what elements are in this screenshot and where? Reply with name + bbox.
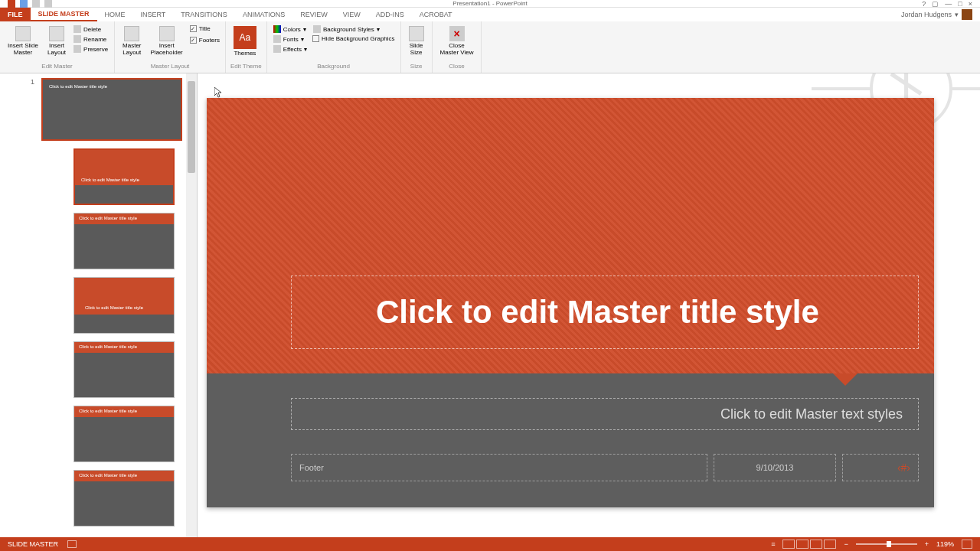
ribbon-options-icon[interactable]: ▢ (932, 0, 939, 8)
slide-master-icon (15, 26, 31, 41)
hide-bg-label: Hide Background Graphics (322, 35, 395, 42)
background-styles-button[interactable]: Background Styles▾ (312, 24, 396, 34)
maximize-icon[interactable]: □ (958, 0, 962, 8)
master-layout-button[interactable]: Master Layout (119, 24, 144, 58)
layout-thumbnail-6[interactable]: Click to edit Master title style (74, 470, 175, 527)
normal-view-button[interactable] (782, 540, 795, 549)
master-title-text: Click to edit Master title style (376, 294, 819, 331)
tab-addins[interactable]: ADD-INS (368, 8, 412, 21)
powerpoint-icon (8, 0, 15, 8)
slide-editor: Click to edit Master title style Click t… (198, 73, 980, 537)
close-icon[interactable]: × (969, 0, 972, 8)
chevron-down-icon: ▾ (301, 36, 304, 43)
zoom-in-button[interactable]: + (925, 540, 929, 548)
slide-size-icon (409, 26, 424, 41)
sorter-view-button[interactable] (796, 540, 808, 549)
help-icon[interactable]: ? (922, 0, 926, 8)
slide-number-placeholder[interactable]: ‹#› (842, 454, 919, 481)
tab-insert[interactable]: INSERT (133, 8, 174, 21)
minimize-icon[interactable]: — (945, 0, 952, 8)
status-mode: SLIDE MASTER (8, 540, 58, 548)
fit-to-window-button[interactable] (962, 540, 972, 549)
slideshow-view-button[interactable] (824, 540, 836, 549)
slide-size-button[interactable]: Slide Size (406, 24, 427, 58)
layout-thumbnail-3[interactable]: Click to edit Master title style (74, 277, 175, 334)
thumb-title: Click to edit Master title style (79, 216, 137, 220)
effects-button[interactable]: Effects▾ (272, 44, 309, 54)
date-text: 9/10/2013 (756, 463, 794, 472)
titlebar: Presentation1 - PowerPoint ? ▢ — □ × (0, 0, 980, 8)
insert-placeholder-label: Insert Placeholder (151, 43, 183, 57)
tab-view[interactable]: VIEW (335, 8, 368, 21)
group-label-close: Close (437, 63, 477, 71)
colors-label: Colors (283, 26, 301, 33)
slide-number-glyph: ‹#› (897, 461, 910, 474)
colors-icon (273, 25, 281, 33)
chevron-down-icon: ▾ (304, 46, 307, 53)
tab-review[interactable]: REVIEW (292, 8, 335, 21)
fonts-icon (273, 35, 281, 43)
delete-label: Delete (83, 26, 101, 33)
insert-slide-master-button[interactable]: Insert Slide Master (5, 24, 41, 58)
footer-row: Footer 9/10/2013 ‹#› (291, 454, 919, 481)
user-name: Jordan Hudgens (901, 11, 952, 18)
placeholder-icon (159, 26, 175, 41)
close-master-view-button[interactable]: × Close Master View (437, 24, 477, 58)
scrollbar-handle[interactable] (188, 81, 195, 173)
date-placeholder[interactable]: 9/10/2013 (714, 454, 836, 481)
title-checkbox[interactable]: ✓Title (189, 24, 220, 33)
notes-button[interactable]: ≡ (771, 540, 775, 548)
thumb-title: Click to edit Master title style (79, 473, 137, 478)
master-layout-icon (124, 26, 139, 41)
save-icon[interactable] (20, 0, 28, 8)
tab-slide-master[interactable]: SLIDE MASTER (31, 8, 97, 21)
undo-icon[interactable] (32, 0, 40, 8)
master-subtitle-text: Click to edit Master text styles (720, 406, 903, 422)
insert-placeholder-button[interactable]: Insert Placeholder (148, 24, 186, 58)
colors-button[interactable]: Colors▾ (272, 24, 309, 34)
insert-layout-button[interactable]: Insert Layout (44, 24, 69, 58)
master-thumbnail[interactable]: Click to edit Master title style (41, 78, 182, 141)
thumb-title: Click to edit Master title style (79, 344, 137, 349)
preserve-button[interactable]: Preserve (72, 44, 109, 54)
master-subtitle-placeholder[interactable]: Click to edit Master text styles (291, 398, 919, 430)
thumb-title: Click to edit Master title style (85, 305, 143, 310)
fonts-button[interactable]: Fonts▾ (272, 34, 309, 44)
tab-animations[interactable]: ANIMATIONS (235, 8, 292, 21)
redo-icon[interactable] (44, 0, 52, 8)
zoom-level[interactable]: 119% (936, 540, 954, 548)
tab-transitions[interactable]: TRANSITIONS (173, 8, 235, 21)
tab-home[interactable]: HOME (97, 8, 133, 21)
layout-thumbnail-2[interactable]: Click to edit Master title style (74, 213, 175, 269)
layout-thumbnail-1[interactable]: Click to edit Master title style (74, 148, 175, 205)
master-title-placeholder[interactable]: Click to edit Master title style (291, 276, 919, 349)
master-layout-label: Master Layout (122, 43, 141, 57)
thumbnail-scrollbar[interactable] (186, 73, 197, 537)
zoom-out-button[interactable]: − (844, 540, 848, 548)
chevron-down-icon: ▾ (303, 26, 306, 33)
insert-layout-label: Insert Layout (47, 43, 66, 57)
tab-file[interactable]: FILE (0, 8, 31, 21)
reading-view-button[interactable] (810, 540, 822, 549)
status-layout-icon[interactable] (67, 540, 77, 548)
slide-canvas[interactable]: Click to edit Master title style Click t… (207, 98, 934, 507)
rename-button[interactable]: Rename (72, 34, 109, 44)
thumb-title: Click to edit Master title style (81, 178, 139, 182)
statusbar: SLIDE MASTER ≡ − + 119% (0, 537, 980, 551)
tab-acrobat[interactable]: ACROBAT (412, 8, 460, 21)
zoom-slider[interactable] (856, 543, 917, 545)
themes-icon: Aa (234, 26, 256, 49)
chevron-down-icon: ▾ (955, 11, 959, 18)
view-buttons (782, 540, 836, 549)
delete-button[interactable]: Delete (72, 24, 109, 34)
themes-button[interactable]: Aa Themes (230, 24, 260, 59)
hide-bg-checkbox[interactable]: Hide Background Graphics (312, 34, 396, 43)
footer-placeholder[interactable]: Footer (291, 454, 707, 481)
slide-size-label: Slide Size (410, 43, 423, 57)
fonts-label: Fonts (283, 36, 299, 43)
cursor-icon (214, 87, 222, 98)
user-area[interactable]: Jordan Hudgens ▾ (901, 9, 980, 20)
footers-checkbox[interactable]: ✓Footers (189, 36, 220, 44)
layout-thumbnail-5[interactable]: Click to edit Master title style (74, 406, 175, 462)
layout-thumbnail-4[interactable]: Click to edit Master title style (74, 341, 175, 398)
